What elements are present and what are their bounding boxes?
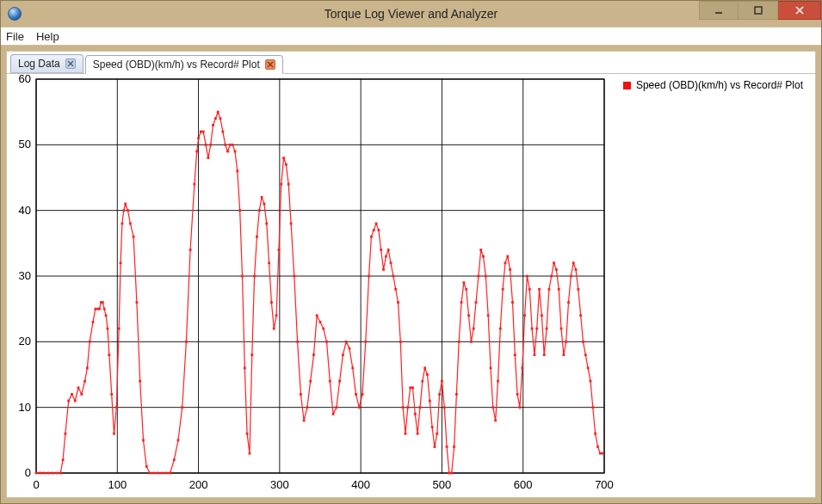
svg-rect-181 xyxy=(429,400,431,403)
svg-rect-147 xyxy=(338,380,341,383)
svg-rect-84 xyxy=(161,472,164,475)
svg-rect-122 xyxy=(265,223,268,225)
svg-rect-240 xyxy=(572,261,575,264)
svg-rect-201 xyxy=(477,275,479,278)
svg-rect-108 xyxy=(232,144,234,146)
svg-rect-117 xyxy=(253,275,256,278)
svg-rect-148 xyxy=(342,353,344,356)
svg-rect-135 xyxy=(300,393,302,396)
svg-rect-200 xyxy=(475,301,478,304)
menu-file[interactable]: File xyxy=(6,30,24,43)
svg-rect-40 xyxy=(39,472,41,475)
svg-rect-53 xyxy=(83,380,86,383)
svg-rect-89 xyxy=(181,406,183,409)
svg-rect-95 xyxy=(200,131,202,133)
svg-rect-50 xyxy=(74,400,77,403)
svg-rect-190 xyxy=(450,472,453,475)
svg-rect-69 xyxy=(118,328,121,330)
svg-rect-87 xyxy=(173,458,176,461)
maximize-button[interactable] xyxy=(739,1,778,20)
svg-rect-175 xyxy=(414,413,417,415)
tab-log-data[interactable]: Log Data xyxy=(10,54,83,73)
svg-rect-91 xyxy=(189,249,192,251)
svg-rect-99 xyxy=(209,144,212,146)
close-icon[interactable] xyxy=(265,59,275,70)
svg-rect-126 xyxy=(275,314,278,317)
svg-rect-146 xyxy=(335,406,337,409)
svg-rect-184 xyxy=(436,433,438,435)
svg-rect-162 xyxy=(382,268,385,271)
svg-text:20: 20 xyxy=(19,335,31,347)
svg-rect-183 xyxy=(434,446,436,448)
svg-rect-97 xyxy=(205,144,207,146)
svg-rect-151 xyxy=(351,366,354,369)
svg-rect-247 xyxy=(590,380,592,383)
svg-rect-112 xyxy=(241,275,244,278)
minimize-button[interactable] xyxy=(699,1,739,20)
svg-rect-41 xyxy=(43,472,46,475)
svg-rect-219 xyxy=(521,366,523,369)
svg-rect-227 xyxy=(541,314,543,317)
svg-rect-110 xyxy=(236,169,238,172)
svg-rect-71 xyxy=(121,223,124,225)
svg-rect-222 xyxy=(528,288,531,291)
svg-rect-246 xyxy=(587,366,590,369)
svg-text:400: 400 xyxy=(351,478,370,491)
svg-rect-152 xyxy=(355,393,357,396)
svg-rect-115 xyxy=(249,452,251,455)
svg-rect-66 xyxy=(110,393,113,396)
close-icon[interactable] xyxy=(65,58,76,69)
svg-rect-81 xyxy=(149,472,151,475)
svg-rect-207 xyxy=(491,406,494,409)
svg-rect-57 xyxy=(94,308,96,310)
svg-rect-156 xyxy=(368,275,370,278)
svg-rect-224 xyxy=(534,353,536,356)
svg-rect-250 xyxy=(596,446,599,448)
svg-rect-137 xyxy=(306,406,309,409)
svg-rect-168 xyxy=(397,301,399,304)
svg-rect-102 xyxy=(217,111,219,114)
svg-rect-103 xyxy=(219,117,222,120)
svg-rect-64 xyxy=(107,328,109,330)
svg-rect-193 xyxy=(458,341,460,343)
svg-rect-1 xyxy=(755,7,762,14)
svg-rect-218 xyxy=(519,406,522,409)
svg-rect-104 xyxy=(221,131,224,133)
svg-rect-116 xyxy=(250,353,253,356)
svg-rect-173 xyxy=(409,386,411,389)
svg-rect-77 xyxy=(136,301,139,304)
tab-speed-plot[interactable]: Speed (OBD)(km/h) vs Record# Plot xyxy=(85,55,283,74)
legend: Speed (OBD)(km/h) vs Record# Plot xyxy=(623,79,803,91)
svg-rect-244 xyxy=(582,341,584,343)
svg-rect-129 xyxy=(282,157,285,159)
svg-rect-180 xyxy=(426,373,429,376)
svg-rect-238 xyxy=(567,301,570,304)
svg-rect-131 xyxy=(287,183,290,186)
svg-rect-155 xyxy=(364,341,367,343)
svg-text:200: 200 xyxy=(189,478,208,491)
svg-rect-202 xyxy=(479,249,482,251)
svg-rect-43 xyxy=(51,472,53,475)
svg-rect-213 xyxy=(506,255,509,258)
svg-rect-140 xyxy=(316,314,318,317)
close-button[interactable] xyxy=(778,1,821,20)
svg-rect-61 xyxy=(102,301,104,304)
svg-rect-154 xyxy=(362,393,364,396)
window-controls xyxy=(699,1,821,27)
legend-label: Speed (OBD)(km/h) vs Record# Plot xyxy=(636,79,803,91)
svg-rect-59 xyxy=(98,308,101,310)
svg-rect-187 xyxy=(443,406,446,409)
menu-help[interactable]: Help xyxy=(36,30,59,43)
svg-rect-245 xyxy=(584,353,587,356)
svg-rect-171 xyxy=(405,433,407,435)
svg-rect-209 xyxy=(497,380,499,383)
svg-rect-51 xyxy=(77,386,80,389)
svg-rect-189 xyxy=(448,472,451,475)
svg-rect-128 xyxy=(280,183,282,186)
svg-rect-139 xyxy=(312,353,315,356)
titlebar[interactable]: Torque Log Viewer and Analyzer xyxy=(1,1,821,27)
svg-rect-109 xyxy=(234,151,237,153)
svg-rect-230 xyxy=(547,288,550,291)
svg-rect-161 xyxy=(380,249,382,251)
svg-rect-47 xyxy=(65,433,67,435)
